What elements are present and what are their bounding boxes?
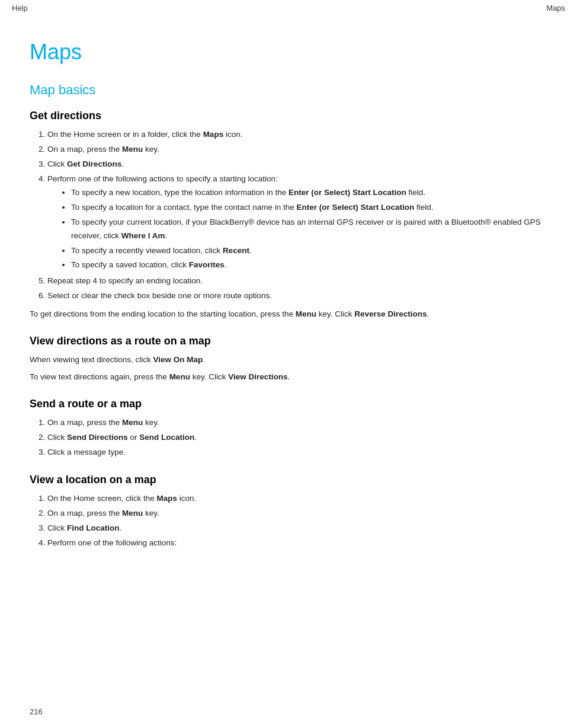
view-directions-title: View directions as a route on a map xyxy=(30,335,547,347)
list-item: On a map, press the Menu key. xyxy=(47,507,547,521)
list-item: On the Home screen, click the Maps icon. xyxy=(47,492,547,506)
view-location-title: View a location on a map xyxy=(30,474,547,486)
list-item: Perform one of the following actions to … xyxy=(47,173,547,273)
list-item: On a map, press the Menu key. xyxy=(47,416,547,430)
list-item: Click Send Directions or Send Location. xyxy=(47,431,547,445)
view-directions-p1: When viewing text directions, click View… xyxy=(30,353,547,366)
list-item: To specify a recently viewed location, c… xyxy=(71,244,547,258)
list-item: Select or clear the check box beside one… xyxy=(47,289,547,303)
list-item: Repeat step 4 to specify an ending locat… xyxy=(47,274,547,288)
header-left: Help xyxy=(12,4,28,12)
get-directions-steps: On the Home screen or in a folder, click… xyxy=(47,128,547,303)
get-directions-title: Get directions xyxy=(30,110,547,122)
list-item: Click a message type. xyxy=(47,446,547,459)
list-item: Click Find Location. xyxy=(47,522,547,535)
map-basics-title: Map basics xyxy=(30,82,547,98)
page-number: 216 xyxy=(30,707,43,716)
get-directions-bullets: To specify a new location, type the loca… xyxy=(71,186,547,273)
list-item: To specify a saved location, click Favor… xyxy=(71,258,547,272)
list-item: To specify a location for a contact, typ… xyxy=(71,201,547,215)
list-item: On a map, press the Menu key. xyxy=(47,143,547,157)
header-right: Maps xyxy=(546,4,565,12)
list-item: On the Home screen or in a folder, click… xyxy=(47,128,547,142)
view-directions-p2: To view text directions again, press the… xyxy=(30,371,547,384)
list-item: To specify a new location, type the loca… xyxy=(71,186,547,200)
get-directions-note: To get directions from the ending locati… xyxy=(30,308,547,321)
list-item: To specify your current location, if you… xyxy=(71,216,547,243)
list-item: Perform one of the following actions: xyxy=(47,537,547,550)
send-route-steps: On a map, press the Menu key. Click Send… xyxy=(47,416,547,459)
page-title: Maps xyxy=(30,40,547,65)
view-location-steps: On the Home screen, click the Maps icon.… xyxy=(47,492,547,550)
send-route-title: Send a route or a map xyxy=(30,398,547,410)
list-item: Click Get Directions. xyxy=(47,158,547,171)
